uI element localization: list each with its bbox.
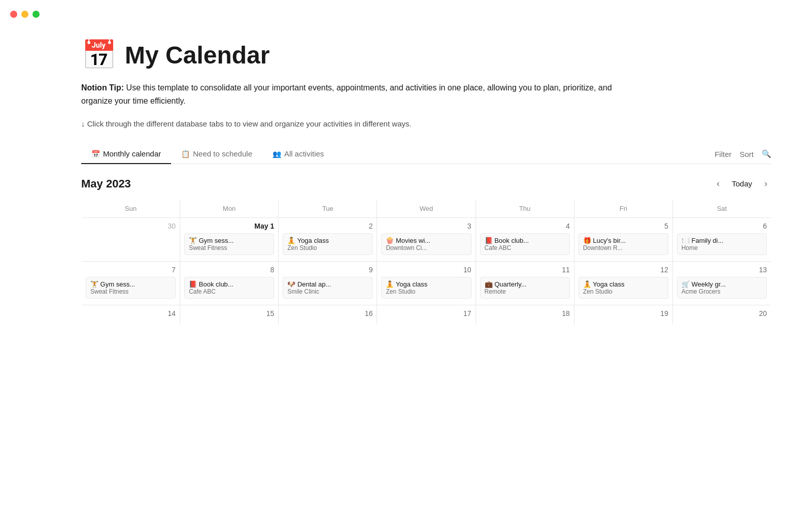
day-header-sun: Sun	[82, 200, 180, 218]
day-number-1-2: 9	[283, 266, 373, 274]
day-number-1-4: 11	[480, 266, 570, 274]
event-title-1-0-0: 🏋️ Gym sess...	[90, 280, 171, 288]
event-subtitle-1-0-0: Sweat Fitness	[90, 288, 171, 295]
tab-monthly[interactable]: 📅 Monthly calendar	[81, 144, 171, 164]
day-header-tue: Tue	[279, 200, 377, 218]
event-subtitle-1-6-0: Acme Grocers	[682, 288, 762, 295]
monthly-tab-label: Monthly calendar	[103, 149, 161, 158]
calendar-cell-2-5[interactable]: 19	[574, 305, 672, 325]
notion-tip: Notion Tip: Use this template to consoli…	[81, 81, 614, 107]
minimize-button[interactable]	[21, 11, 28, 18]
schedule-tab-icon: 📋	[181, 150, 190, 158]
day-number-1-5: 12	[579, 266, 668, 274]
calendar-month-title: May 2023	[81, 177, 131, 190]
calendar-cell-2-4[interactable]: 18	[476, 305, 574, 325]
close-button[interactable]	[10, 11, 17, 18]
event-card-1-0-0[interactable]: 🏋️ Gym sess...Sweat Fitness	[86, 277, 176, 299]
event-card-0-2-0[interactable]: 🧘 Yoga classZen Studio	[283, 233, 373, 255]
tabs-right: Filter Sort 🔍	[715, 149, 771, 158]
event-card-1-4-0[interactable]: 💼 Quarterly...Remote	[480, 277, 570, 299]
calendar-cell-1-6[interactable]: 13🛒 Weekly gr...Acme Grocers	[672, 262, 771, 305]
event-card-0-1-0[interactable]: 🏋️ Gym sess...Sweat Fitness	[184, 233, 274, 255]
calendar-grid: Sun Mon Tue Wed Thu Fri Sat 30May 1🏋️ Gy…	[81, 199, 771, 325]
calendar-cell-0-3[interactable]: 3🍿 Movies wi...Downtown Ci...	[377, 218, 476, 262]
calendar-row-2: 14151617181920	[82, 305, 771, 325]
day-number-0-5: 5	[579, 222, 668, 230]
event-title-1-2-0: 🐶 Dental ap...	[287, 280, 368, 288]
event-title-0-6-0: 🍽️ Family di...	[682, 237, 762, 244]
day-number-2-1: 15	[184, 309, 274, 318]
event-subtitle-1-1-0: Cafe ABC	[189, 288, 269, 295]
event-card-0-4-0[interactable]: 📕 Book club...Cafe ABC	[480, 233, 570, 255]
event-subtitle-0-5-0: Downtown R...	[583, 244, 664, 251]
event-subtitle-0-1-0: Sweat Fitness	[189, 244, 269, 251]
event-card-0-5-0[interactable]: 🎁 Lucy's bir...Downtown R...	[579, 233, 668, 255]
event-title-0-2-0: 🧘 Yoga class	[287, 237, 368, 244]
event-title-1-3-0: 🧘 Yoga class	[386, 280, 466, 288]
day-number-2-5: 19	[579, 309, 668, 318]
day-number-0-0: 30	[86, 222, 176, 230]
search-icon[interactable]: 🔍	[762, 149, 771, 158]
calendar-cell-1-0[interactable]: 7🏋️ Gym sess...Sweat Fitness	[82, 262, 180, 305]
calendar-row-0: 30May 1🏋️ Gym sess...Sweat Fitness2🧘 Yog…	[82, 218, 771, 262]
calendar-cell-0-4[interactable]: 4📕 Book club...Cafe ABC	[476, 218, 574, 262]
calendar-cell-0-0[interactable]: 30	[82, 218, 180, 262]
event-subtitle-0-4-0: Cafe ABC	[485, 244, 565, 251]
all-tab-icon: 👥	[273, 150, 281, 158]
event-title-1-4-0: 💼 Quarterly...	[485, 280, 565, 288]
calendar-cell-2-0[interactable]: 14	[82, 305, 180, 325]
calendar-nav: ‹ Today ›	[713, 176, 771, 191]
event-title-1-1-0: 📕 Book club...	[189, 280, 269, 288]
calendar-cell-2-1[interactable]: 15	[180, 305, 279, 325]
event-subtitle-1-3-0: Zen Studio	[386, 288, 466, 295]
filter-button[interactable]: Filter	[715, 150, 731, 158]
sort-button[interactable]: Sort	[739, 150, 754, 158]
tab-all[interactable]: 👥 All activities	[262, 144, 334, 164]
event-card-1-2-0[interactable]: 🐶 Dental ap...Smile Clinic	[283, 277, 373, 299]
page-header: 📅 My Calendar	[81, 41, 771, 69]
tip-text: Use this template to consolidate all you…	[81, 83, 612, 105]
event-title-0-3-0: 🍿 Movies wi...	[386, 237, 466, 244]
day-number-0-1: May 1	[184, 222, 274, 230]
calendar-cell-2-6[interactable]: 20	[672, 305, 771, 325]
event-title-0-5-0: 🎁 Lucy's bir...	[583, 237, 664, 244]
day-number-2-6: 20	[677, 309, 767, 318]
day-number-0-4: 4	[480, 222, 570, 230]
calendar-cell-1-2[interactable]: 9🐶 Dental ap...Smile Clinic	[279, 262, 377, 305]
event-card-1-6-0[interactable]: 🛒 Weekly gr...Acme Grocers	[677, 277, 767, 299]
calendar-cell-0-1[interactable]: May 1🏋️ Gym sess...Sweat Fitness	[180, 218, 279, 262]
title-bar	[0, 0, 812, 20]
maximize-button[interactable]	[32, 11, 40, 18]
day-number-2-4: 18	[480, 309, 570, 318]
calendar-cell-1-4[interactable]: 11💼 Quarterly...Remote	[476, 262, 574, 305]
calendar-cell-2-2[interactable]: 16	[279, 305, 377, 325]
prev-month-button[interactable]: ‹	[713, 176, 724, 191]
event-card-1-5-0[interactable]: 🧘 Yoga classZen Studio	[579, 277, 668, 299]
calendar-cell-1-5[interactable]: 12🧘 Yoga classZen Studio	[574, 262, 672, 305]
tabs-container: 📅 Monthly calendar 📋 Need to schedule 👥 …	[81, 144, 771, 164]
monthly-tab-icon: 📅	[91, 150, 100, 158]
calendar-row-1: 7🏋️ Gym sess...Sweat Fitness8📕 Book club…	[82, 262, 771, 305]
event-card-0-3-0[interactable]: 🍿 Movies wi...Downtown Ci...	[381, 233, 471, 255]
traffic-lights	[0, 11, 40, 18]
day-header-sat: Sat	[672, 200, 771, 218]
today-button[interactable]: Today	[732, 179, 752, 188]
day-number-1-0: 7	[86, 266, 176, 274]
main-content: 📅 My Calendar Notion Tip: Use this templ…	[0, 20, 812, 345]
event-card-1-1-0[interactable]: 📕 Book club...Cafe ABC	[184, 277, 274, 299]
calendar-cell-0-5[interactable]: 5🎁 Lucy's bir...Downtown R...	[574, 218, 672, 262]
event-card-0-6-0[interactable]: 🍽️ Family di...Home	[677, 233, 767, 255]
calendar-cell-1-1[interactable]: 8📕 Book club...Cafe ABC	[180, 262, 279, 305]
calendar-cell-0-6[interactable]: 6🍽️ Family di...Home	[672, 218, 771, 262]
tabs-left: 📅 Monthly calendar 📋 Need to schedule 👥 …	[81, 144, 715, 164]
next-month-button[interactable]: ›	[760, 176, 771, 191]
event-subtitle-1-5-0: Zen Studio	[583, 288, 664, 295]
tab-schedule[interactable]: 📋 Need to schedule	[171, 144, 262, 164]
event-card-1-3-0[interactable]: 🧘 Yoga classZen Studio	[381, 277, 471, 299]
calendar-cell-0-2[interactable]: 2🧘 Yoga classZen Studio	[279, 218, 377, 262]
calendar-container: May 2023 ‹ Today › Sun Mon Tue Wed Thu F…	[81, 176, 771, 325]
calendar-cell-1-3[interactable]: 10🧘 Yoga classZen Studio	[377, 262, 476, 305]
day-number-0-2: 2	[283, 222, 373, 230]
day-headers-row: Sun Mon Tue Wed Thu Fri Sat	[82, 200, 771, 218]
calendar-cell-2-3[interactable]: 17	[377, 305, 476, 325]
